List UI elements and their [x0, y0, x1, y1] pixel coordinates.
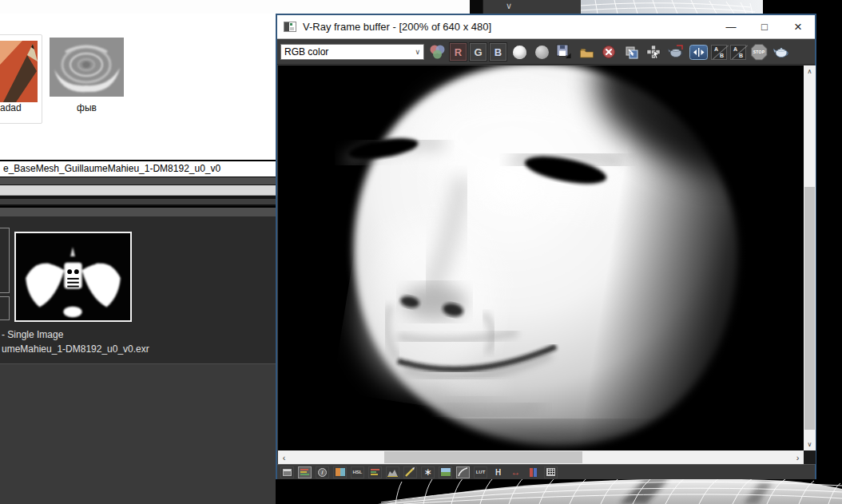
chevron-down-icon: ∨ [506, 1, 512, 11]
region-render-button[interactable] [666, 42, 685, 62]
viewport-wireframe-top [581, 0, 763, 14]
levels-button[interactable] [386, 466, 399, 478]
screen: ∨ adad [0, 0, 842, 504]
window-icon [284, 22, 296, 32]
render-view[interactable] [278, 65, 804, 450]
render-image [278, 65, 804, 450]
compare-horizontal-button[interactable] [689, 42, 708, 62]
clear-image-button[interactable] [599, 42, 618, 62]
horizontal-scroll-thumb[interactable] [384, 451, 582, 463]
background-dropdown[interactable]: ∨ [483, 0, 581, 14]
render-last-button[interactable] [772, 42, 791, 62]
ab-compare-alt-button[interactable]: A B [730, 45, 746, 60]
edge-button-stub[interactable] [0, 228, 10, 293]
file-thumbnail-label: adad [0, 102, 32, 113]
viewport-wireframe-sphere [276, 479, 842, 504]
monochrome-button[interactable] [532, 42, 551, 62]
scroll-up-button[interactable]: ∧ [804, 65, 816, 77]
file-thumbnail-image-pencils[interactable] [0, 41, 38, 102]
hue-saturation-button[interactable]: HSL [351, 466, 364, 478]
track-mouse-button[interactable] [644, 42, 663, 62]
compare-horizontal-icon [689, 45, 708, 60]
icc-button[interactable]: H [491, 466, 505, 478]
lut-button[interactable]: LUT [474, 466, 487, 478]
info-button[interactable]: i [316, 466, 329, 478]
horizontal-scrollbar[interactable]: ‹ › [278, 450, 804, 464]
vertical-scrollbar[interactable]: ∧ ∨ [804, 65, 816, 450]
color-balance-button[interactable] [368, 466, 382, 478]
exr-preview-thumbnail[interactable] [14, 232, 132, 322]
exposure-icon: ∗ [423, 468, 431, 476]
file-thumbnail-image-displacement[interactable] [50, 38, 124, 97]
pixel-pattern-button[interactable] [544, 466, 558, 478]
vray-frame-buffer-window: V-Ray frame buffer - [200% of 640 x 480]… [276, 14, 816, 479]
ab-letter-a: A [714, 46, 718, 52]
curves-button[interactable] [403, 466, 417, 478]
lut-icon: LUT [476, 470, 486, 474]
stereo-button[interactable]: ↔ [509, 466, 522, 478]
background-image-button[interactable] [439, 466, 452, 478]
curve-pen-icon [405, 467, 415, 477]
pattern-grid-icon [546, 468, 555, 476]
vfb-corrections-toolbar: i HSL [277, 464, 815, 479]
ab-letter-b: B [720, 53, 724, 58]
exposure-button[interactable]: ∗ [421, 466, 435, 478]
levels-icon [387, 468, 398, 477]
hsl-icon: HSL [353, 470, 363, 474]
minimize-button[interactable]: — [714, 16, 748, 38]
top-strip-dark-gap [470, 0, 483, 14]
background-image-icon [441, 468, 451, 476]
clear-icon [602, 45, 616, 59]
channel-dropdown[interactable]: RGB color ∨ [280, 44, 424, 60]
ab-compare-button[interactable]: A B [711, 45, 727, 60]
output-file-label: umeMahieu_1-DM8192_u0_v0.exr [2, 343, 149, 355]
titlebar[interactable]: V-Ray frame buffer - [200% of 640 x 480]… [277, 15, 815, 39]
show-corrections-button[interactable] [298, 466, 312, 478]
save-icon [556, 44, 572, 60]
save-image-button[interactable] [554, 42, 574, 62]
duplicate-to-host-button[interactable] [622, 42, 641, 62]
alpha-channel-button[interactable] [510, 42, 529, 62]
srgb-button[interactable] [456, 466, 470, 478]
maximize-button[interactable]: □ [748, 16, 781, 38]
scroll-down-button[interactable]: ∨ [804, 439, 816, 450]
teapot-icon [773, 45, 789, 59]
blue-channel-button[interactable]: B [490, 43, 506, 61]
rollout-bar [0, 177, 276, 185]
white-circle-icon [513, 46, 526, 59]
blue-bar-icon [534, 468, 537, 477]
edge-button-stub[interactable] [0, 296, 10, 320]
red-channel-button[interactable]: R [450, 43, 467, 61]
compare-bars-button[interactable] [526, 466, 540, 478]
top-strip-light-panel [0, 0, 470, 14]
load-image-button[interactable] [577, 42, 596, 62]
scroll-right-button[interactable]: › [792, 451, 804, 463]
stop-icon: STOP [751, 44, 768, 61]
folder-icon [579, 46, 594, 59]
lower-empty-panel [0, 363, 276, 504]
copy-icon [624, 45, 639, 60]
red-bar-icon [530, 468, 533, 477]
rollout-bar-light [0, 185, 276, 196]
gray-circle-icon [535, 46, 549, 59]
output-type-label: - Single Image [2, 329, 63, 340]
ab-letter-b: B [739, 53, 743, 58]
ab-letter-a: A [733, 46, 737, 52]
rgb-channels-icon[interactable] [427, 42, 447, 62]
green-channel-button[interactable]: G [470, 43, 487, 61]
vertical-scroll-thumb[interactable] [804, 187, 815, 430]
scroll-left-button[interactable]: ‹ [278, 451, 290, 463]
filename-field[interactable]: e_BaseMesh_GuillaumeMahieu_1-DM8192_u0_v… [0, 160, 276, 177]
h-icon: H [495, 468, 501, 477]
stereo-arrows-icon: ↔ [511, 466, 521, 478]
scrollbar-corner [804, 450, 816, 464]
white-balance-button[interactable] [333, 466, 347, 478]
stop-render-button[interactable]: STOP [749, 42, 769, 62]
preview-window-icon[interactable] [280, 466, 294, 478]
info-icon: i [318, 468, 327, 477]
white-balance-icon [336, 468, 345, 476]
teapot-region-icon [668, 45, 684, 59]
chevron-down-icon: ∨ [415, 48, 420, 56]
close-button[interactable]: × [781, 16, 815, 38]
output-preview-panel: - Single Image umeMahieu_1-DM8192_u0_v0.… [0, 216, 276, 363]
